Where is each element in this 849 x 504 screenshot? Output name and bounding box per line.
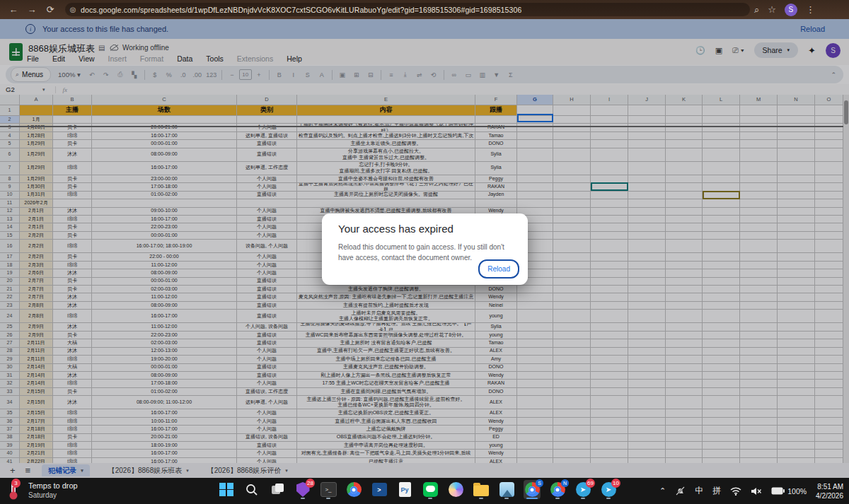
browser-profile-avatar[interactable]: S (785, 4, 797, 16)
search-tabs-icon[interactable]: ⌕ (754, 4, 759, 16)
copilot-icon[interactable] (447, 480, 464, 499)
python-file-icon[interactable]: Py (396, 480, 413, 499)
wifi-icon[interactable] (730, 487, 741, 496)
address-bar[interactable]: ◎ docs.google.com/spreadsheets/d/1wpDfLe… (65, 3, 750, 16)
line-app-icon[interactable] (422, 480, 439, 499)
powershell-icon[interactable]: > (371, 480, 388, 499)
weather-headline: Temps to drop (28, 481, 78, 491)
battery-indicator[interactable]: 100% (771, 487, 807, 496)
taskbar-search-icon[interactable] (243, 480, 260, 499)
notifications-off-icon[interactable] (675, 486, 686, 496)
tray-expand-icon[interactable]: ⌃ (659, 486, 666, 496)
system-tray: ⌃ 中 拼 100% 8:51 AM 4/2/2026 (659, 478, 843, 504)
taskbar-icons: 28 >_ > Py S N ➤69 ➤10 (218, 480, 617, 499)
clock-date: 4/2/2026 (816, 491, 843, 500)
security-app-icon[interactable]: 28 (294, 480, 311, 499)
clock-time: 8:51 AM (816, 482, 843, 491)
back-icon[interactable]: ← (4, 4, 23, 16)
dialog-reload-button[interactable]: Reload (478, 259, 519, 279)
chrome-icon[interactable] (345, 480, 362, 499)
weather-widget[interactable]: 3 Temps to drop Saturday (4, 481, 78, 500)
taskbar: 3 Temps to drop Saturday 28 >_ (0, 478, 849, 504)
task-view-icon[interactable] (269, 480, 286, 499)
bookmark-star-icon[interactable]: ☆ (768, 4, 776, 16)
weather-badge: 3 (11, 479, 21, 488)
telegram-icon-1[interactable]: ➤69 (574, 480, 591, 499)
volume-muted-icon[interactable] (751, 487, 762, 496)
taskbar-clock[interactable]: 8:51 AM 4/2/2026 (816, 482, 843, 500)
reload-icon[interactable]: ⟳ (41, 4, 59, 16)
forward-icon[interactable]: → (23, 4, 41, 16)
telegram-icon-2[interactable]: ➤10 (600, 480, 617, 499)
terminal-app-icon[interactable]: >_ (320, 480, 337, 499)
weather-subline: Saturday (28, 491, 78, 500)
file-explorer-icon[interactable] (473, 480, 490, 499)
url-text[interactable]: docs.google.com/spreadsheets/d/1wpDfLezN… (81, 6, 521, 14)
photos-app-icon[interactable] (498, 480, 515, 499)
battery-percent: 100% (787, 487, 807, 496)
chrome-profile-n-icon[interactable]: N (549, 480, 566, 499)
browser-toolbar: ← → ⟳ ◎ docs.google.com/spreadsheets/d/1… (0, 0, 849, 19)
screen: ← → ⟳ ◎ docs.google.com/spreadsheets/d/1… (0, 0, 849, 504)
battery-icon (771, 487, 785, 495)
start-button[interactable] (218, 480, 235, 499)
ime-mode-indicator[interactable]: 拼 (712, 485, 721, 497)
site-info-icon[interactable]: ◎ (65, 6, 81, 13)
access-expired-dialog: Your access has expired Reload this docu… (322, 213, 528, 285)
ime-language-indicator[interactable]: 中 (695, 485, 703, 497)
browser-menu-icon[interactable]: ⋮ (806, 4, 815, 16)
dialog-title: Your access has expired (338, 223, 454, 235)
chrome-active-icon[interactable]: S (524, 480, 541, 499)
